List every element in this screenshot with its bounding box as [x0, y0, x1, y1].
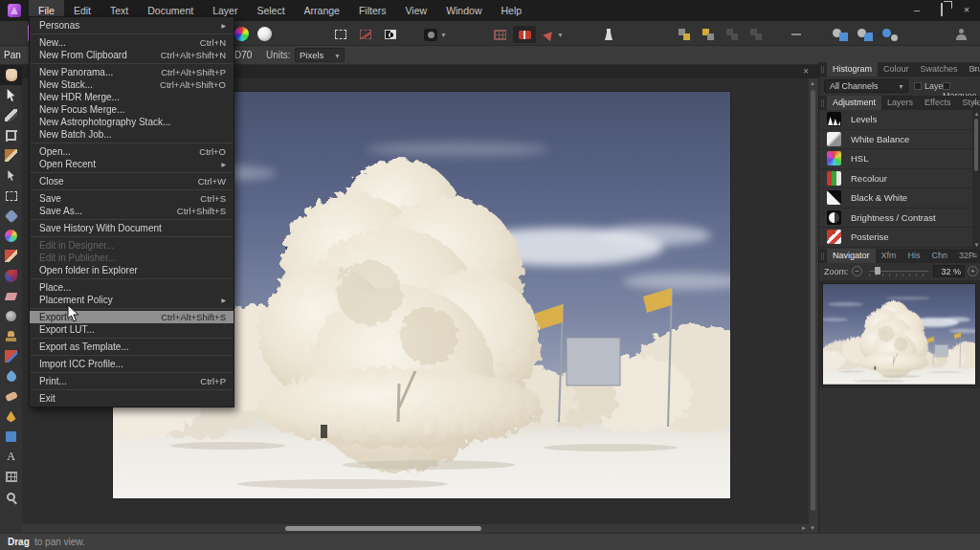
move-to-front-button[interactable] — [721, 26, 744, 43]
file-menu-item-personas[interactable]: Personas▶ — [30, 19, 234, 32]
quick-mask-button[interactable]: ▼ — [419, 26, 452, 43]
scroll-up-icon[interactable]: ▲ — [974, 111, 980, 117]
insert-behind-button[interactable] — [785, 26, 808, 43]
gradient-tool[interactable] — [0, 226, 22, 246]
file-menu-item-save-history-with-document[interactable]: Save History With Document — [30, 222, 234, 234]
file-menu-item-new-hdr-merge[interactable]: New HDR Merge... — [30, 91, 234, 103]
file-menu-item-place[interactable]: Place... — [30, 281, 234, 294]
snap-move-button[interactable]: ▼ — [538, 26, 570, 43]
file-menu-item-open-folder-in-explorer[interactable]: Open folder in Explorer — [30, 264, 234, 276]
pen-tool[interactable] — [0, 407, 22, 427]
flood-fill-tool[interactable] — [0, 206, 22, 226]
file-menu-item-save[interactable]: SaveCtrl+S — [30, 192, 234, 205]
pan-tool[interactable] — [0, 65, 22, 85]
file-menu-item-save-as[interactable]: Save As...Ctrl+Shift+S — [30, 205, 234, 217]
snapping-button[interactable] — [513, 26, 536, 43]
clone-tool[interactable] — [0, 326, 22, 346]
file-menu-item-new-stack[interactable]: New Stack...Ctrl+Alt+Shift+O — [30, 78, 234, 91]
marquee-mode-button[interactable] — [329, 26, 352, 43]
adjustment-item-hsl[interactable]: HSL — [819, 149, 980, 169]
file-menu-item-edit-in-publisher[interactable]: Edit in Publisher... — [30, 252, 234, 264]
zoom-tool[interactable] — [0, 487, 22, 507]
scroll-right-icon[interactable]: ► — [801, 524, 807, 533]
freehand-selection-tool[interactable] — [0, 165, 22, 186]
file-menu-item-new-focus-merge[interactable]: New Focus Merge... — [30, 103, 234, 116]
scrollbar-thumb[interactable] — [974, 119, 978, 171]
navigator-preview[interactable] — [819, 280, 980, 388]
adjustment-item-black-white[interactable]: Black & White — [819, 188, 980, 209]
dodge-tool[interactable] — [0, 306, 22, 326]
file-menu-item-export[interactable]: Export...Ctrl+Alt+Shift+S — [30, 311, 234, 323]
eraser-tool[interactable] — [0, 286, 22, 306]
horizontal-scrollbar-thumb[interactable] — [285, 526, 481, 531]
scroll-up-icon[interactable]: ▲ — [810, 80, 815, 86]
blur-tool[interactable] — [0, 366, 22, 386]
boolean-intersect-button[interactable] — [879, 26, 902, 43]
adjustment-item-brightness-contrast[interactable]: Brightness / Contrast — [819, 209, 980, 229]
file-menu-item-close[interactable]: CloseCtrl+W — [30, 175, 234, 187]
assistant-button[interactable] — [597, 26, 620, 43]
selection-brush-tool[interactable] — [0, 145, 22, 165]
navigator-tab-xfm[interactable]: Xfm — [876, 249, 902, 263]
mesh-warp-tool[interactable] — [0, 467, 22, 487]
adjustment-item-white-balance[interactable]: White Balance — [819, 130, 980, 150]
file-menu-item-exit[interactable]: Exit — [30, 392, 234, 405]
invert-selection-button[interactable] — [379, 26, 402, 43]
colour-wheel-icon[interactable] — [234, 27, 249, 41]
file-menu-item-print[interactable]: Print...Ctrl+P — [30, 375, 234, 387]
file-menu-item-export-as-template[interactable]: Export as Template... — [30, 341, 234, 353]
colour-picker-tool[interactable] — [0, 105, 22, 125]
adjustment-tab-effects[interactable]: Effects — [919, 96, 956, 110]
move-forward-button[interactable] — [673, 26, 696, 43]
scroll-down-icon[interactable]: ▼ — [974, 242, 980, 248]
file-menu-item-new-panorama[interactable]: New Panorama...Ctrl+Alt+Shift+P — [30, 66, 234, 78]
zoom-out-button[interactable]: − — [852, 266, 862, 276]
file-menu-item-import-icc-profile[interactable]: Import ICC Profile... — [30, 358, 234, 370]
file-menu-item-open-recent[interactable]: Open Recent▶ — [30, 158, 234, 170]
document-close-icon[interactable]: × — [803, 66, 809, 77]
adjustment-scrollbar[interactable]: ▲ ▼ — [972, 110, 980, 249]
patch-tool[interactable] — [0, 386, 22, 407]
file-menu-item-new-from-clipboard[interactable]: New From ClipboardCtrl+Alt+Shift+N — [30, 49, 234, 61]
pixel-grid-button[interactable] — [488, 26, 511, 43]
navigator-tab-his[interactable]: His — [902, 249, 926, 263]
boolean-subtract-button[interactable] — [854, 26, 877, 43]
move-tool[interactable] — [0, 85, 22, 105]
navigator-tab-chn[interactable]: Chn — [926, 249, 954, 263]
panel-menu-icon[interactable]: ≡ — [972, 62, 977, 77]
crop-tool[interactable] — [0, 125, 22, 145]
account-button[interactable] — [949, 26, 972, 43]
deselect-mode-button[interactable] — [354, 26, 377, 43]
menu-help[interactable]: Help — [491, 0, 531, 21]
layer-checkbox[interactable]: Layer — [914, 81, 947, 91]
file-menu-item-new-astrophotography-stack[interactable]: New Astrophotography Stack... — [30, 116, 234, 128]
close-button[interactable]: × — [957, 3, 976, 18]
vertical-scrollbar-thumb[interactable] — [811, 90, 815, 511]
zoom-slider-thumb[interactable] — [875, 267, 880, 275]
shape-tool[interactable] — [0, 427, 22, 447]
menu-select[interactable]: Select — [247, 0, 294, 21]
histogram-tab-histogram[interactable]: Histogram — [827, 62, 878, 77]
healing-tool[interactable] — [0, 346, 22, 366]
panel-menu-icon[interactable]: ≡ — [972, 96, 977, 110]
menu-arrange[interactable]: Arrange — [295, 0, 349, 21]
panel-menu-icon[interactable]: ≡ — [972, 249, 977, 263]
menu-view[interactable]: View — [396, 0, 437, 21]
vertical-scrollbar[interactable]: ▲ ▼ — [809, 78, 818, 533]
zoom-in-button[interactable]: + — [968, 266, 978, 276]
move-to-back-button[interactable] — [745, 26, 768, 43]
scroll-down-icon[interactable]: ▼ — [810, 525, 815, 531]
marquee-tool[interactable] — [0, 186, 22, 206]
adjustment-tab-adjustment[interactable]: Adjustment — [827, 96, 881, 110]
menu-filters[interactable]: Filters — [349, 0, 396, 21]
file-menu-item-edit-in-designer[interactable]: Edit in Designer... — [30, 239, 234, 252]
file-menu-item-open[interactable]: Open...Ctrl+O — [30, 145, 234, 158]
units-dropdown[interactable]: Pixels▼ — [295, 48, 345, 62]
horizontal-scrollbar[interactable]: ► — [22, 524, 809, 533]
minimize-button[interactable]: – — [907, 3, 926, 18]
adjustment-item-recolour[interactable]: Recolour — [819, 169, 980, 189]
paint-brush-tool[interactable] — [0, 246, 22, 266]
histogram-tab-colour[interactable]: Colour — [878, 62, 915, 77]
menu-window[interactable]: Window — [436, 0, 491, 21]
move-backward-button[interactable] — [697, 26, 720, 43]
